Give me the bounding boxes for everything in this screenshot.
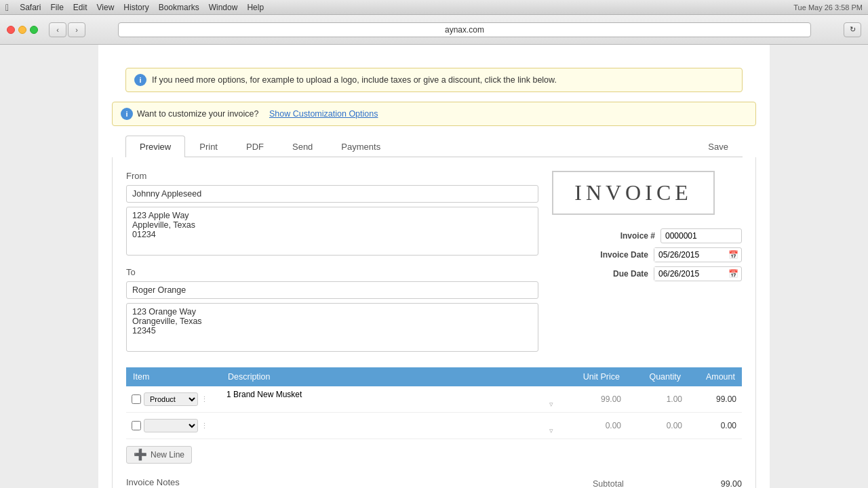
invoice-date-wrapper: 📅 — [654, 247, 742, 262]
traffic-lights — [7, 26, 38, 34]
desc-cell-1: ▿ — [221, 386, 559, 413]
desc-expand-1[interactable]: ▿ — [549, 400, 553, 409]
notes-section: Invoice Notes Mr. Orange please make pay… — [126, 477, 579, 488]
close-button[interactable] — [7, 26, 15, 34]
info-icon: i — [134, 74, 146, 86]
desc-expand-2[interactable]: ▿ — [549, 426, 553, 435]
item-cell-inner-2: Product Service ⋮ — [132, 419, 216, 432]
quantity-cell-2 — [627, 413, 688, 439]
quantity-input-1[interactable] — [642, 394, 682, 404]
notes-label: Invoice Notes — [126, 477, 579, 487]
to-address-input[interactable]: 123 Orange Way Orangeville, Texas 12345 — [126, 303, 538, 352]
quantity-input-2[interactable] — [642, 421, 682, 430]
invoice-date-label: Invoice Date — [587, 250, 648, 260]
browser-chrome: ‹ › aynax.com ↻ — [0, 15, 868, 45]
invoice-num-input[interactable] — [660, 228, 742, 243]
tab-payments[interactable]: Payments — [327, 136, 395, 157]
desc-cell-2: ▿ — [221, 413, 559, 439]
tab-preview[interactable]: Preview — [125, 136, 185, 157]
menubar-clock: Tue May 26 3:58 PM — [793, 3, 863, 12]
from-section: From 123 Apple Way Appleville, Texas 012… — [126, 171, 538, 258]
unit-price-input-1[interactable] — [580, 394, 621, 404]
table-row: Product Service ⋮ ▿ — [126, 413, 742, 439]
info-banner: i If you need more options, for example … — [125, 68, 743, 92]
invoice-num-row: Invoice # — [552, 228, 742, 243]
menu-safari[interactable]: Safari — [20, 3, 41, 12]
customize-info-icon: i — [121, 108, 133, 120]
item-cell-1: Product Service Other ⋮ — [126, 386, 221, 413]
from-name-input[interactable] — [126, 185, 538, 203]
item-type-select-1[interactable]: Product Service Other — [144, 392, 198, 406]
to-name-input[interactable] — [126, 281, 538, 299]
expand-icon-2[interactable]: ⋮ — [201, 422, 208, 430]
new-line-plus-icon: ➕ — [134, 449, 147, 460]
to-label: To — [126, 267, 538, 277]
invoice-title: INVOICE — [574, 180, 693, 205]
reload-button[interactable]: ↻ — [844, 22, 861, 37]
subtotal-value: 99.00 — [721, 479, 742, 488]
menu-bookmarks[interactable]: Bookmarks — [159, 3, 199, 12]
unit-price-cell-1 — [559, 386, 627, 413]
amount-cell-2: 0.00 — [688, 413, 742, 439]
customize-link[interactable]: Show Customization Options — [269, 109, 378, 119]
tab-save[interactable]: Save — [694, 136, 743, 157]
invoice-date-row: Invoice Date 📅 — [552, 247, 742, 262]
customization-banner: i Want to customize your invoice? Show C… — [112, 102, 756, 126]
menu-file[interactable]: File — [50, 3, 63, 12]
new-line-button[interactable]: ➕ New Line — [126, 446, 192, 464]
left-column: From 123 Apple Way Appleville, Texas 012… — [126, 171, 538, 354]
expand-icon-1[interactable]: ⋮ — [201, 395, 208, 404]
menu-edit[interactable]: Edit — [73, 3, 87, 12]
subtotal-label: Subtotal — [593, 479, 624, 488]
nav-buttons: ‹ › — [49, 22, 85, 37]
col-item: Item — [126, 367, 221, 386]
minimize-button[interactable] — [18, 26, 26, 34]
invoice-date-calendar-icon[interactable]: 📅 — [726, 249, 741, 261]
address-bar[interactable]: aynax.com — [118, 22, 811, 37]
col-quantity: Quantity — [627, 367, 688, 386]
quantity-cell-1 — [627, 386, 688, 413]
col-unit-price: Unit Price — [559, 367, 627, 386]
to-section: To 123 Orange Way Orangeville, Texas 123… — [126, 267, 538, 354]
new-line-label: New Line — [151, 450, 184, 460]
forward-button[interactable]: › — [68, 22, 85, 37]
menu-view[interactable]: View — [97, 3, 115, 12]
row-checkbox-2[interactable] — [132, 421, 141, 430]
menu-window[interactable]: Window — [209, 3, 238, 12]
desc-input-1[interactable] — [226, 390, 553, 400]
col-amount: Amount — [688, 367, 742, 386]
maximize-button[interactable] — [30, 26, 38, 34]
subtotal-row: Subtotal 99.00 — [593, 477, 742, 488]
invoice-top: From 123 Apple Way Appleville, Texas 012… — [126, 171, 742, 354]
tab-print[interactable]: Print — [185, 136, 232, 157]
row-checkbox-1[interactable] — [132, 394, 141, 404]
col-description: Description — [221, 367, 559, 386]
bottom-section: Invoice Notes Mr. Orange please make pay… — [126, 474, 742, 488]
menu-history[interactable]: History — [123, 3, 149, 12]
apple-menu[interactable]:  — [5, 2, 9, 13]
info-text: If you need more options, for example to… — [152, 75, 557, 85]
right-column: INVOICE Invoice # Invoice Date 📅 — [552, 171, 742, 354]
item-type-select-2[interactable]: Product Service — [144, 419, 198, 432]
unit-price-input-2[interactable] — [580, 421, 621, 430]
tab-pdf[interactable]: PDF — [232, 136, 278, 157]
invoice-num-label: Invoice # — [594, 231, 655, 241]
due-date-input[interactable] — [654, 267, 726, 281]
desc-input-2[interactable] — [226, 416, 553, 426]
mac-menubar:  Safari File Edit View History Bookmark… — [0, 0, 868, 15]
from-address-input[interactable]: 123 Apple Way Appleville, Texas 01234 — [126, 207, 538, 256]
invoice-date-input[interactable] — [654, 248, 726, 262]
amount-cell-1: 99.00 — [688, 386, 742, 413]
from-label: From — [126, 171, 538, 181]
due-date-wrapper: 📅 — [654, 266, 742, 281]
menu-items: Safari File Edit View History Bookmarks … — [20, 3, 264, 12]
menu-help[interactable]: Help — [247, 3, 264, 12]
tabs-bar: Preview Print PDF Send Payments Save — [125, 136, 743, 157]
tab-send[interactable]: Send — [278, 136, 327, 157]
back-button[interactable]: ‹ — [49, 22, 66, 37]
invoice-title-box: INVOICE — [552, 171, 715, 215]
due-date-calendar-icon[interactable]: 📅 — [726, 268, 741, 280]
customize-prompt: Want to customize your invoice? — [137, 109, 258, 119]
item-cell-inner-1: Product Service Other ⋮ — [132, 392, 216, 406]
invoice-meta: Invoice # Invoice Date 📅 Due Date — [552, 228, 742, 281]
